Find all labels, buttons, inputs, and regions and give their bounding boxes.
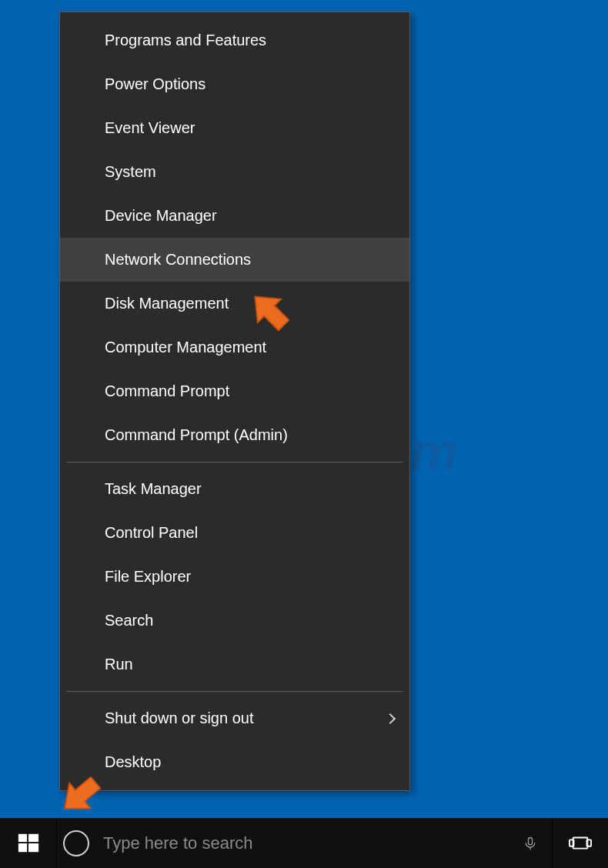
menu-item-label: Desktop: [105, 753, 161, 771]
menu-item-label: System: [105, 163, 156, 181]
svg-rect-6: [529, 837, 533, 844]
menu-item-label: Event Viewer: [105, 119, 195, 137]
search-box[interactable]: Type here to search: [57, 818, 552, 868]
menu-item-label: Task Manager: [105, 480, 202, 498]
menu-item-network-connections[interactable]: Network Connections: [60, 238, 409, 282]
svg-rect-8: [573, 837, 588, 848]
menu-item-device-manager[interactable]: Device Manager: [60, 194, 409, 238]
menu-item-computer-management[interactable]: Computer Management: [60, 326, 409, 369]
menu-item-run[interactable]: Run: [60, 643, 409, 686]
menu-item-label: Command Prompt (Admin): [105, 426, 288, 444]
menu-item-label: Power Options: [105, 75, 205, 93]
taskbar: Type here to search: [0, 818, 608, 868]
menu-item-label: Shut down or sign out: [105, 709, 253, 727]
svg-rect-3: [28, 833, 38, 841]
menu-item-command-prompt-admin[interactable]: Command Prompt (Admin): [60, 413, 409, 457]
chevron-right-icon: [385, 713, 396, 723]
menu-item-label: Device Manager: [105, 207, 217, 225]
search-placeholder: Type here to search: [103, 833, 506, 853]
cortana-ring-icon: [63, 830, 89, 856]
menu-item-label: Programs and Features: [105, 32, 266, 49]
menu-item-task-manager[interactable]: Task Manager: [60, 467, 409, 511]
menu-item-system[interactable]: System: [60, 150, 409, 194]
winx-context-menu: Programs and FeaturesPower OptionsEvent …: [59, 12, 410, 791]
svg-rect-2: [18, 833, 26, 841]
menu-item-label: Search: [105, 612, 153, 629]
menu-item-command-prompt[interactable]: Command Prompt: [60, 369, 409, 413]
menu-item-programs-and-features[interactable]: Programs and Features: [60, 18, 409, 62]
menu-item-power-options[interactable]: Power Options: [60, 62, 409, 106]
menu-item-label: Run: [105, 656, 133, 673]
menu-separator: [66, 462, 403, 462]
menu-item-event-viewer[interactable]: Event Viewer: [60, 106, 409, 150]
menu-item-desktop[interactable]: Desktop: [60, 740, 409, 784]
menu-item-shut-down-or-sign-out[interactable]: Shut down or sign out: [60, 696, 409, 740]
task-view-icon: [569, 834, 592, 853]
windows-logo-icon: [17, 832, 40, 855]
menu-separator: [66, 691, 403, 692]
menu-item-label: Command Prompt: [105, 382, 229, 400]
menu-item-label: Disk Management: [105, 295, 229, 312]
menu-item-file-explorer[interactable]: File Explorer: [60, 555, 409, 599]
svg-rect-10: [586, 840, 591, 846]
svg-rect-9: [570, 840, 574, 846]
menu-item-search[interactable]: Search: [60, 599, 409, 643]
menu-item-label: File Explorer: [105, 568, 191, 586]
menu-item-label: Control Panel: [105, 524, 198, 542]
svg-rect-5: [28, 843, 38, 852]
task-view-button[interactable]: [553, 818, 608, 868]
microphone-icon[interactable]: [519, 833, 541, 854]
menu-item-disk-management[interactable]: Disk Management: [60, 282, 409, 326]
menu-item-control-panel[interactable]: Control Panel: [60, 511, 409, 555]
start-button[interactable]: [0, 818, 56, 868]
svg-rect-4: [18, 843, 26, 852]
menu-item-label: Computer Management: [105, 339, 266, 356]
menu-item-label: Network Connections: [105, 251, 251, 269]
